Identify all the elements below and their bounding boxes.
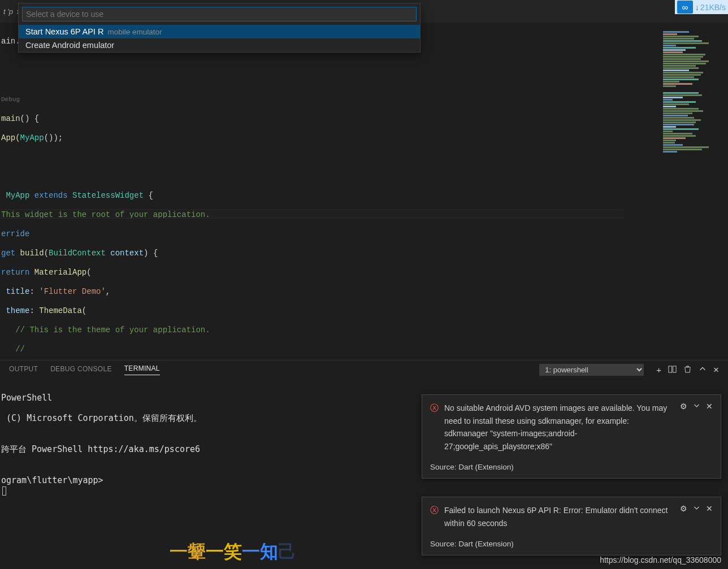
notification-source: Source: Dart (Extension)	[430, 463, 713, 471]
close-icon[interactable]: ✕	[706, 402, 713, 453]
quickpick-item-secondary: mobile emulator	[107, 28, 162, 36]
error-icon: ⓧ	[430, 505, 439, 529]
close-panel-icon[interactable]: ×	[713, 364, 719, 376]
trash-icon[interactable]	[683, 365, 692, 375]
notification-message: No suitable Android AVD system images ar…	[444, 402, 674, 453]
net-unit: KB/s	[709, 3, 726, 12]
gear-icon[interactable]: ⚙	[680, 504, 687, 529]
gear-icon[interactable]: ⚙	[680, 402, 687, 453]
notification-message: Failed to launch Nexus 6P API R: Error: …	[444, 504, 674, 529]
terminal-select[interactable]: 1: powershell	[539, 364, 644, 376]
chevron-down-icon[interactable]	[693, 402, 700, 453]
network-badge: ∞ ↓ 21 KB/s	[675, 0, 728, 14]
notification-source: Source: Dart (Extension)	[430, 540, 713, 548]
quickpick-input[interactable]	[22, 7, 417, 21]
notification-avd-error: ⓧ No suitable Android AVD system images …	[422, 394, 721, 479]
split-terminal-icon[interactable]	[668, 365, 677, 375]
panel-tabs: OUTPUT DEBUG CONSOLE TERMINAL 1: powersh…	[0, 360, 728, 376]
svg-rect-1	[673, 366, 677, 372]
quickpick-item-label: Create Android emulator	[25, 41, 114, 50]
watermark-text: 一颦一笑一知己	[170, 540, 296, 564]
new-terminal-icon[interactable]: +	[656, 365, 661, 375]
error-icon: ⓧ	[430, 403, 439, 453]
close-icon[interactable]: ✕	[706, 504, 713, 529]
quickpick-panel: Start Nexus 6P API R mobile emulator Cre…	[18, 3, 421, 53]
tab-terminal[interactable]: TERMINAL	[124, 364, 160, 375]
cloud-icon: ∞	[677, 1, 693, 14]
terminal-cursor	[2, 487, 6, 496]
chevron-down-icon[interactable]	[693, 504, 700, 529]
quickpick-item-label: Start Nexus 6P API R	[25, 27, 103, 36]
panel-actions: + ×	[656, 364, 719, 376]
tab-label: t 'p	[3, 7, 13, 16]
quickpick-item-start-device[interactable]: Start Nexus 6P API R mobile emulator	[19, 25, 420, 38]
quickpick-item-create-emulator[interactable]: Create Android emulator	[19, 38, 420, 52]
svg-rect-0	[669, 366, 672, 372]
tab-output[interactable]: OUTPUT	[9, 365, 38, 375]
net-value: 21	[700, 3, 709, 12]
download-arrow-icon: ↓	[695, 3, 699, 12]
notification-launch-error: ⓧ Failed to launch Nexus 6P API R: Error…	[422, 497, 721, 555]
tab-debug-console[interactable]: DEBUG CONSOLE	[50, 365, 112, 375]
code-editor[interactable]: ain.d t 'p Debug main() { App(MyApp()); …	[0, 23, 728, 360]
csdn-url: https://blog.csdn.net/qq_33608000	[600, 555, 721, 564]
chevron-up-icon[interactable]	[699, 365, 707, 375]
minimap[interactable]	[663, 31, 728, 178]
